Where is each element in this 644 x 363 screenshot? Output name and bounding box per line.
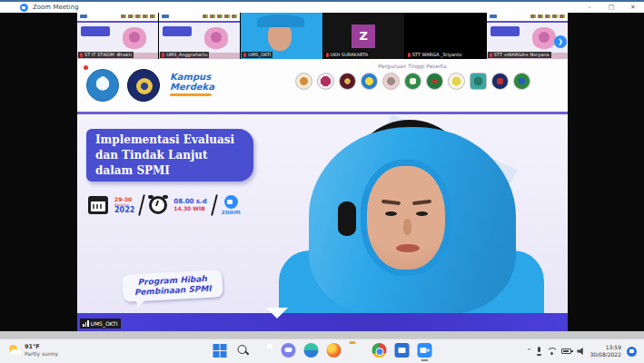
record-dot-icon xyxy=(84,65,88,70)
slide-header: Kampus Merdeka Perguruan Tinggi Peserta xyxy=(77,59,568,112)
mini-slide-band xyxy=(159,21,240,23)
desktop-strip xyxy=(0,331,644,338)
chat-app-icon[interactable] xyxy=(281,343,295,358)
muted-mic-icon xyxy=(326,53,329,57)
mini-slide-header xyxy=(77,13,158,21)
weather-widget[interactable]: 91°F Partly sunny xyxy=(8,343,58,358)
mini-slide-speaker xyxy=(204,27,228,49)
schedule-divider xyxy=(138,194,145,216)
mini-slide-title-block xyxy=(163,26,192,36)
slide-body: Implementasi Evaluasi dan Tindak Lanjut … xyxy=(77,114,568,313)
participant-tile[interactable]: UMS_OKTI xyxy=(241,13,322,59)
microphone-tray-icon[interactable] xyxy=(537,347,541,356)
taskbar-icons xyxy=(213,343,431,358)
wifi-icon[interactable] xyxy=(547,348,556,355)
kampus-merdeka-underline xyxy=(170,93,212,96)
kemdikbud-logo xyxy=(86,69,119,102)
audio-signal-icon xyxy=(83,320,89,327)
muted-mic-icon xyxy=(490,53,492,57)
participant-name-tag: ST IT STIKOM -Bhakti xyxy=(78,52,134,58)
participant-tile[interactable]: Z UKH SURAKARTA xyxy=(323,13,404,59)
dark-app-icon[interactable] xyxy=(258,343,272,358)
event-date: 29-30 Agustus 2022 xyxy=(114,197,134,213)
eyebrow xyxy=(412,200,431,206)
university-logo xyxy=(513,73,530,90)
muted-mic-icon xyxy=(243,53,246,57)
start-button-icon[interactable] xyxy=(213,343,227,358)
system-tray: ⌃ 13:59 30/08/2022 xyxy=(527,342,637,360)
maximize-button[interactable]: □ xyxy=(600,2,622,13)
muted-mic-icon xyxy=(80,53,83,57)
slide-chevron-decor xyxy=(266,308,288,319)
university-logo xyxy=(339,73,356,90)
eye xyxy=(385,211,397,216)
participant-name-tag: STT =WARGA= Neryana xyxy=(488,52,551,58)
university-logo xyxy=(470,73,487,90)
title-bar: Zoom Meeting – □ ✕ xyxy=(0,0,644,13)
zoom-app-icon xyxy=(20,4,28,12)
windows-taskbar: 91°F Partly sunny ⌃ 13:59 xyxy=(0,338,644,363)
program-badge: Program Hibah Pembinaan SPMI xyxy=(122,270,223,302)
nose xyxy=(403,219,411,235)
partly-sunny-icon xyxy=(8,345,21,356)
search-icon[interactable] xyxy=(235,343,250,358)
participant-tile[interactable]: STT =WARGA= Neryana xyxy=(487,13,568,59)
participant-name: UMS_Anggrahartu xyxy=(166,52,207,58)
edge-browser-icon[interactable] xyxy=(303,343,318,358)
university-logo xyxy=(382,73,400,90)
mini-slide-header xyxy=(159,13,240,21)
main-speaker-video[interactable]: Kampus Merdeka Perguruan Tinggi Peserta xyxy=(77,59,568,331)
hidden-icons-chevron-icon[interactable]: ⌃ xyxy=(527,348,532,355)
file-explorer-icon[interactable] xyxy=(349,343,363,358)
zoom-platform-icon xyxy=(224,195,238,209)
minimize-button[interactable]: – xyxy=(579,2,600,13)
calendar-icon xyxy=(88,196,108,214)
mini-slide-band xyxy=(487,21,568,23)
speaker-face xyxy=(361,160,451,276)
active-app-indicator xyxy=(421,359,428,361)
eyebrow xyxy=(381,200,401,206)
speaker-volume-icon[interactable] xyxy=(577,348,584,355)
participant-name: UKH SURAKARTA xyxy=(331,52,369,58)
battery-icon[interactable] xyxy=(561,348,571,354)
zoom-taskbar-icon[interactable] xyxy=(417,343,431,358)
alarm-clock-icon xyxy=(149,196,167,214)
mini-slide-title-block xyxy=(81,26,110,36)
participant-tile[interactable]: UMS_Anggrahartu xyxy=(159,13,240,59)
participant-tile[interactable]: STT WARGA _Sriyanto xyxy=(405,13,486,59)
slide-title-line: dan Tindak Lanjut xyxy=(95,148,253,163)
zoom-meeting-window: Zoom Meeting – □ ✕ ST IT STIKOM -Bhakti xyxy=(0,0,644,363)
participants-label: Perguruan Tinggi Peserta xyxy=(263,63,561,69)
active-speaker-name: UMS_OKTI xyxy=(91,320,118,327)
window-title: Zoom Meeting xyxy=(33,4,579,11)
blue-app-icon[interactable] xyxy=(394,343,409,358)
university-logo xyxy=(295,73,312,90)
notification-badge-icon[interactable] xyxy=(627,347,637,357)
muted-mic-icon xyxy=(162,53,164,57)
slide-title-line: Implementasi Evaluasi xyxy=(95,132,253,148)
university-logo xyxy=(404,73,421,90)
participant-tile[interactable]: ST IT STIKOM -Bhakti xyxy=(77,13,158,59)
participant-name-tag: UMS_Anggrahartu xyxy=(160,52,209,58)
mini-slide-speaker xyxy=(532,27,556,49)
weather-condition: Partly sunny xyxy=(25,350,58,358)
university-logo xyxy=(317,73,334,90)
chrome-browser-icon[interactable] xyxy=(372,343,386,358)
next-participants-arrow-icon[interactable]: ❯ xyxy=(554,35,567,48)
university-logo-main xyxy=(127,69,160,102)
clock-widget[interactable]: 13:59 30/08/2022 xyxy=(590,344,621,358)
mini-slide-title-block xyxy=(490,26,520,36)
firefox-browser-icon[interactable] xyxy=(326,343,341,358)
participant-initial-avatar: Z xyxy=(352,25,375,48)
participant-name: ST IT STIKOM -Bhakti xyxy=(84,52,132,58)
event-schedule-row: 29-30 Agustus 2022 08.00 s.d 14.30 WIB z… xyxy=(88,194,241,216)
platform-logo: zoom xyxy=(222,195,241,216)
university-logo xyxy=(448,73,465,90)
participant-name: STT WARGA _Sriyanto xyxy=(412,52,462,58)
tray-date: 30/08/2022 xyxy=(590,351,621,358)
participant-name-tag: UKH SURAKARTA xyxy=(324,52,371,58)
slide-bottom-band xyxy=(77,313,568,331)
participant-name-tag: STT WARGA _Sriyanto xyxy=(406,52,464,58)
university-logo-row xyxy=(263,73,561,90)
close-button[interactable]: ✕ xyxy=(622,2,644,13)
